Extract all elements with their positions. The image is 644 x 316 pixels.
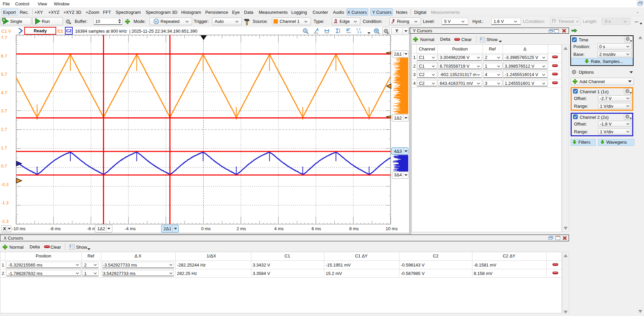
svg-text:H: H [155, 20, 157, 23]
svg-text:1: 1 [3, 18, 5, 22]
